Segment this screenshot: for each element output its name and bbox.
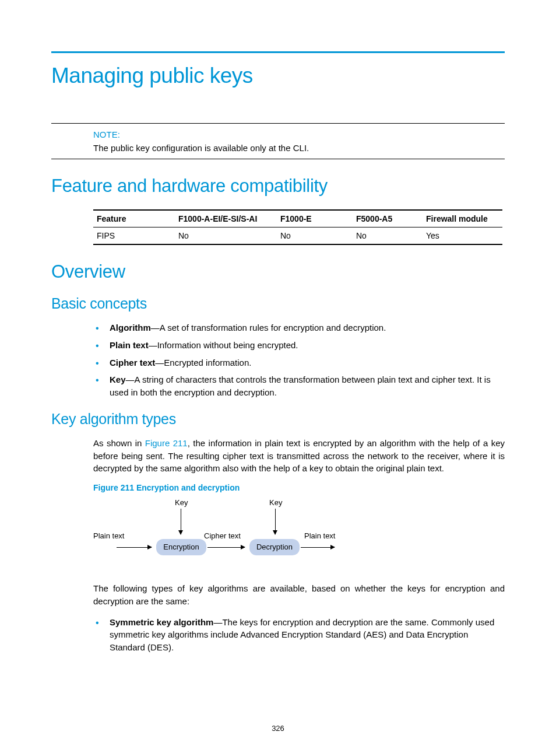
th-col3: F1000-E	[277, 210, 353, 228]
list-item: Cipher text—Encrypted information.	[93, 356, 505, 369]
diagram-label-plain1: Plain text	[93, 531, 124, 540]
def: —Encrypted information.	[155, 358, 251, 368]
term: Plain text	[110, 340, 149, 350]
th-feature: Feature	[93, 210, 175, 228]
table-row: FIPS No No No Yes	[93, 228, 502, 245]
def: —A set of transformation rules for encry…	[151, 323, 386, 332]
td-c5: Yes	[423, 228, 502, 245]
arrow-right-icon	[117, 547, 152, 548]
top-rule	[51, 51, 505, 53]
term: Algorithm	[110, 323, 151, 332]
note-label: NOTE:	[93, 130, 505, 139]
td-c4: No	[353, 228, 423, 245]
para1-pre: As shown in	[93, 438, 145, 448]
td-feature: FIPS	[93, 228, 175, 245]
th-col5: Firewall module	[423, 210, 502, 228]
concepts-list: Algorithm—A set of transformation rules …	[93, 321, 505, 399]
figure-caption: Figure 211 Encryption and decryption	[93, 483, 505, 492]
diagram-label-key1: Key	[175, 498, 188, 507]
page-number: 326	[0, 724, 556, 733]
th-col2: F1000-A-EI/E-SI/S-AI	[175, 210, 277, 228]
arrow-down-icon	[181, 509, 181, 534]
term: Symmetric key algorithm	[110, 617, 213, 627]
arrow-down-icon	[275, 509, 276, 534]
arrow-right-icon	[301, 547, 335, 548]
figure-reference-link[interactable]: Figure 211	[145, 438, 188, 448]
diagram-box-decryption: Decryption	[249, 539, 300, 555]
arrow-right-icon	[207, 547, 245, 548]
note-text: The public key configuration is availabl…	[93, 143, 505, 153]
diagram-label-key2: Key	[269, 498, 282, 507]
list-item: Algorithm—A set of transformation rules …	[93, 321, 505, 334]
def: —Information without being encrypted.	[149, 340, 298, 350]
page-title: Managing public keys	[51, 64, 505, 88]
algorithm-types-list: Symmetric key algorithm—The keys for enc…	[93, 616, 505, 654]
list-item: Symmetric key algorithm—The keys for enc…	[93, 616, 505, 654]
diagram-label-cipher: Cipher text	[204, 531, 241, 540]
list-item: Plain text—Information without being enc…	[93, 339, 505, 352]
section-overview-heading: Overview	[51, 261, 505, 282]
table-header-row: Feature F1000-A-EI/E-SI/S-AI F1000-E F50…	[93, 210, 502, 228]
section-feature-heading: Feature and hardware compatibility	[51, 176, 505, 197]
note-box: NOTE: The public key configuration is av…	[51, 123, 505, 159]
td-c2: No	[175, 228, 277, 245]
th-col4: F5000-A5	[353, 210, 423, 228]
term: Key	[110, 374, 126, 384]
list-item: Key—A string of characters that controls…	[93, 373, 505, 399]
diagram-box-encryption: Encryption	[156, 539, 206, 555]
diagram-label-plain2: Plain text	[304, 531, 335, 540]
def: —A string of characters that controls th…	[110, 374, 491, 397]
paragraph: As shown in Figure 211, the information …	[93, 437, 505, 475]
td-c3: No	[277, 228, 353, 245]
subsection-keyalg-heading: Key algorithm types	[51, 411, 505, 428]
compat-table: Feature F1000-A-EI/E-SI/S-AI F1000-E F50…	[93, 209, 502, 245]
figure-diagram: Key Key Plain text Cipher text Plain tex…	[93, 498, 385, 568]
term: Cipher text	[110, 358, 155, 368]
paragraph: The following types of key algorithms ar…	[93, 582, 505, 608]
subsection-basic-heading: Basic concepts	[51, 295, 505, 312]
